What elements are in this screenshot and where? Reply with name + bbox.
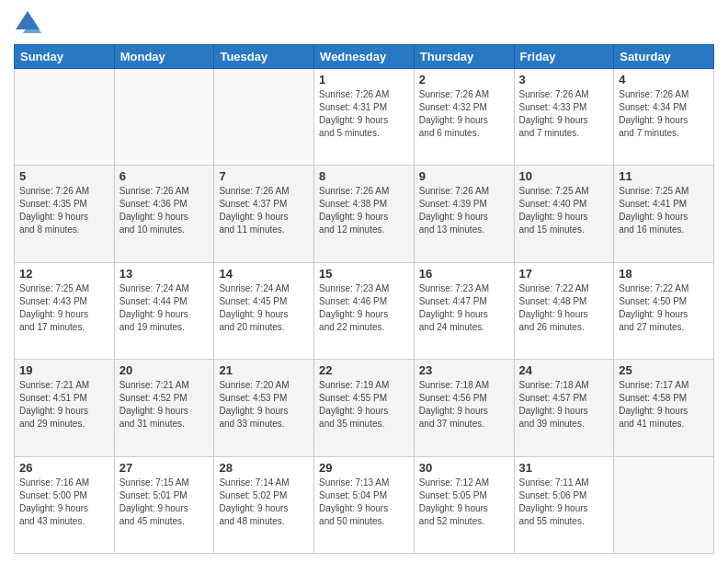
weekday-header-sunday: Sunday bbox=[15, 45, 115, 69]
day-number: 17 bbox=[519, 267, 609, 281]
calendar-cell: 7Sunrise: 7:26 AM Sunset: 4:37 PM Daylig… bbox=[214, 166, 314, 262]
logo-icon bbox=[14, 9, 41, 37]
calendar-cell: 4Sunrise: 7:26 AM Sunset: 4:34 PM Daylig… bbox=[614, 69, 714, 166]
day-info: Sunrise: 7:23 AM Sunset: 4:47 PM Dayligh… bbox=[419, 282, 509, 334]
day-number: 7 bbox=[219, 169, 309, 183]
day-info: Sunrise: 7:22 AM Sunset: 4:50 PM Dayligh… bbox=[619, 282, 709, 334]
day-number: 5 bbox=[19, 169, 109, 183]
calendar-cell: 15Sunrise: 7:23 AM Sunset: 4:46 PM Dayli… bbox=[314, 262, 415, 359]
calendar-cell: 10Sunrise: 7:25 AM Sunset: 4:40 PM Dayli… bbox=[514, 166, 614, 262]
day-number: 30 bbox=[419, 461, 509, 475]
day-number: 13 bbox=[119, 267, 210, 281]
day-number: 25 bbox=[619, 363, 709, 377]
calendar-cell bbox=[614, 456, 714, 553]
calendar-cell: 13Sunrise: 7:24 AM Sunset: 4:44 PM Dayli… bbox=[114, 262, 214, 359]
weekday-header-row: SundayMondayTuesdayWednesdayThursdayFrid… bbox=[15, 45, 714, 69]
day-info: Sunrise: 7:26 AM Sunset: 4:39 PM Dayligh… bbox=[419, 185, 509, 236]
day-info: Sunrise: 7:26 AM Sunset: 4:37 PM Dayligh… bbox=[219, 185, 309, 236]
day-info: Sunrise: 7:17 AM Sunset: 4:58 PM Dayligh… bbox=[619, 379, 709, 431]
calendar-cell: 24Sunrise: 7:18 AM Sunset: 4:57 PM Dayli… bbox=[514, 360, 614, 456]
day-number: 2 bbox=[419, 73, 509, 86]
day-info: Sunrise: 7:26 AM Sunset: 4:38 PM Dayligh… bbox=[319, 185, 409, 236]
day-info: Sunrise: 7:18 AM Sunset: 4:57 PM Dayligh… bbox=[519, 379, 609, 431]
day-info: Sunrise: 7:23 AM Sunset: 4:46 PM Dayligh… bbox=[319, 282, 409, 334]
day-info: Sunrise: 7:14 AM Sunset: 5:02 PM Dayligh… bbox=[219, 477, 309, 528]
day-info: Sunrise: 7:26 AM Sunset: 4:31 PM Dayligh… bbox=[319, 88, 409, 140]
day-info: Sunrise: 7:22 AM Sunset: 4:48 PM Dayligh… bbox=[519, 282, 609, 334]
day-number: 22 bbox=[319, 363, 409, 377]
calendar-cell: 18Sunrise: 7:22 AM Sunset: 4:50 PM Dayli… bbox=[614, 262, 714, 359]
day-number: 21 bbox=[219, 363, 309, 377]
day-number: 14 bbox=[219, 267, 309, 281]
calendar-cell bbox=[15, 69, 115, 166]
day-info: Sunrise: 7:18 AM Sunset: 4:56 PM Dayligh… bbox=[419, 379, 509, 431]
calendar-cell bbox=[214, 69, 314, 166]
calendar-cell: 11Sunrise: 7:25 AM Sunset: 4:41 PM Dayli… bbox=[614, 166, 714, 262]
day-number: 16 bbox=[419, 267, 509, 281]
day-number: 8 bbox=[319, 169, 409, 183]
day-info: Sunrise: 7:26 AM Sunset: 4:33 PM Dayligh… bbox=[519, 88, 609, 140]
calendar-cell: 27Sunrise: 7:15 AM Sunset: 5:01 PM Dayli… bbox=[114, 456, 214, 553]
day-number: 4 bbox=[619, 73, 709, 86]
calendar-cell: 20Sunrise: 7:21 AM Sunset: 4:52 PM Dayli… bbox=[114, 360, 214, 456]
day-number: 11 bbox=[619, 169, 709, 183]
calendar-cell: 9Sunrise: 7:26 AM Sunset: 4:39 PM Daylig… bbox=[414, 166, 514, 262]
page: SundayMondayTuesdayWednesdayThursdayFrid… bbox=[0, 0, 728, 563]
weekday-header-thursday: Thursday bbox=[414, 45, 514, 69]
day-number: 24 bbox=[519, 363, 609, 377]
calendar-cell: 31Sunrise: 7:11 AM Sunset: 5:06 PM Dayli… bbox=[514, 456, 614, 553]
day-info: Sunrise: 7:21 AM Sunset: 4:51 PM Dayligh… bbox=[19, 379, 109, 431]
weekday-header-friday: Friday bbox=[514, 45, 614, 69]
calendar-cell: 22Sunrise: 7:19 AM Sunset: 4:55 PM Dayli… bbox=[314, 360, 415, 456]
day-number: 29 bbox=[319, 461, 409, 475]
calendar-cell: 28Sunrise: 7:14 AM Sunset: 5:02 PM Dayli… bbox=[214, 456, 314, 553]
day-number: 27 bbox=[119, 461, 210, 475]
calendar-cell: 6Sunrise: 7:26 AM Sunset: 4:36 PM Daylig… bbox=[114, 166, 214, 262]
calendar-cell: 29Sunrise: 7:13 AM Sunset: 5:04 PM Dayli… bbox=[314, 456, 415, 553]
day-info: Sunrise: 7:25 AM Sunset: 4:40 PM Dayligh… bbox=[519, 185, 609, 236]
weekday-header-saturday: Saturday bbox=[614, 45, 714, 69]
weekday-header-tuesday: Tuesday bbox=[214, 45, 314, 69]
calendar-cell: 26Sunrise: 7:16 AM Sunset: 5:00 PM Dayli… bbox=[15, 456, 115, 553]
calendar-cell: 23Sunrise: 7:18 AM Sunset: 4:56 PM Dayli… bbox=[414, 360, 514, 456]
calendar-cell: 25Sunrise: 7:17 AM Sunset: 4:58 PM Dayli… bbox=[614, 360, 714, 456]
day-info: Sunrise: 7:11 AM Sunset: 5:06 PM Dayligh… bbox=[519, 477, 609, 528]
calendar-table: SundayMondayTuesdayWednesdayThursdayFrid… bbox=[14, 44, 714, 554]
day-number: 26 bbox=[19, 461, 109, 475]
day-number: 9 bbox=[419, 169, 509, 183]
calendar-cell: 14Sunrise: 7:24 AM Sunset: 4:45 PM Dayli… bbox=[214, 262, 314, 359]
calendar-week-row: 19Sunrise: 7:21 AM Sunset: 4:51 PM Dayli… bbox=[15, 360, 714, 456]
calendar-week-row: 12Sunrise: 7:25 AM Sunset: 4:43 PM Dayli… bbox=[15, 262, 714, 359]
day-info: Sunrise: 7:21 AM Sunset: 4:52 PM Dayligh… bbox=[119, 379, 210, 431]
day-info: Sunrise: 7:25 AM Sunset: 4:43 PM Dayligh… bbox=[19, 282, 109, 334]
day-info: Sunrise: 7:25 AM Sunset: 4:41 PM Dayligh… bbox=[619, 185, 709, 236]
day-number: 19 bbox=[19, 363, 109, 377]
day-number: 6 bbox=[119, 169, 210, 183]
day-number: 3 bbox=[519, 73, 609, 86]
calendar-cell: 8Sunrise: 7:26 AM Sunset: 4:38 PM Daylig… bbox=[314, 166, 415, 262]
day-info: Sunrise: 7:16 AM Sunset: 5:00 PM Dayligh… bbox=[19, 477, 109, 528]
calendar-cell bbox=[114, 69, 214, 166]
day-info: Sunrise: 7:13 AM Sunset: 5:04 PM Dayligh… bbox=[319, 477, 409, 528]
day-number: 18 bbox=[619, 267, 709, 281]
calendar-cell: 17Sunrise: 7:22 AM Sunset: 4:48 PM Dayli… bbox=[514, 262, 614, 359]
day-number: 12 bbox=[19, 267, 109, 281]
day-number: 31 bbox=[519, 461, 609, 475]
header bbox=[14, 9, 714, 37]
weekday-header-monday: Monday bbox=[114, 45, 214, 69]
day-number: 15 bbox=[319, 267, 409, 281]
day-info: Sunrise: 7:24 AM Sunset: 4:45 PM Dayligh… bbox=[219, 282, 309, 334]
calendar-week-row: 5Sunrise: 7:26 AM Sunset: 4:35 PM Daylig… bbox=[15, 166, 714, 262]
logo bbox=[14, 9, 45, 37]
calendar-cell: 16Sunrise: 7:23 AM Sunset: 4:47 PM Dayli… bbox=[414, 262, 514, 359]
day-info: Sunrise: 7:24 AM Sunset: 4:44 PM Dayligh… bbox=[119, 282, 210, 334]
calendar-week-row: 1Sunrise: 7:26 AM Sunset: 4:31 PM Daylig… bbox=[15, 69, 714, 166]
calendar-cell: 3Sunrise: 7:26 AM Sunset: 4:33 PM Daylig… bbox=[514, 69, 614, 166]
calendar-cell: 12Sunrise: 7:25 AM Sunset: 4:43 PM Dayli… bbox=[15, 262, 115, 359]
calendar-cell: 2Sunrise: 7:26 AM Sunset: 4:32 PM Daylig… bbox=[414, 69, 514, 166]
day-number: 23 bbox=[419, 363, 509, 377]
day-info: Sunrise: 7:26 AM Sunset: 4:34 PM Dayligh… bbox=[619, 88, 709, 140]
calendar-cell: 21Sunrise: 7:20 AM Sunset: 4:53 PM Dayli… bbox=[214, 360, 314, 456]
day-number: 28 bbox=[219, 461, 309, 475]
calendar-cell: 1Sunrise: 7:26 AM Sunset: 4:31 PM Daylig… bbox=[314, 69, 415, 166]
